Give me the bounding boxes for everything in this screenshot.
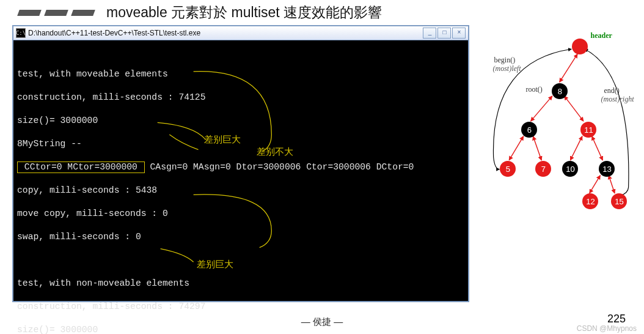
note-big-diff-1: 差别巨大 [204,133,241,145]
tree-edges [481,25,632,223]
decorative-bars [18,10,94,16]
slide-title: moveable 元素對於 multiset 速度效能的影響 [106,3,382,22]
console-window: C:\ D:\handout\C++11-test-DevC++\Test-ST… [12,25,469,302]
window-title: D:\handout\C++11-test-DevC++\Test-STL\te… [28,29,200,37]
svg-line-7 [590,176,601,193]
rbtree-diagram: header begin() (most)left root() end() (… [481,25,632,227]
svg-line-0 [560,54,577,82]
note-big-diff-2: 差别巨大 [197,258,233,270]
maximize-button[interactable]: □ [437,28,451,39]
label-begin: begin() [494,56,515,65]
label-mostleft: (most)left [492,64,521,73]
label-root: root() [525,85,542,94]
console-output: test, with moveable elements constructio… [13,40,468,301]
cmd-icon: C:\ [16,28,26,38]
svg-line-5 [571,136,583,160]
svg-line-8 [609,176,615,193]
svg-line-6 [592,136,603,160]
label-mostright: (most)right [601,95,634,104]
watermark: CSDN @Mhypnos [577,324,637,333]
note-small-diff: 差别不大 [257,146,293,157]
svg-line-2 [565,96,584,121]
page-number: 225 [607,313,626,325]
slide-header: moveable 元素對於 multiset 速度效能的影響 [0,0,644,25]
label-end: end() [604,86,619,95]
highlight-moveable: CCtor=0 MCtor=3000000 [17,161,145,173]
footer-author: — 侯捷 — [0,316,644,328]
label-header: header [590,31,612,40]
svg-line-4 [533,136,542,160]
svg-line-1 [531,96,552,121]
minimize-button[interactable]: _ [423,28,436,39]
window-titlebar: C:\ D:\handout\C++11-test-DevC++\Test-ST… [13,26,468,40]
svg-line-3 [510,136,524,160]
close-button[interactable]: × [452,28,466,39]
